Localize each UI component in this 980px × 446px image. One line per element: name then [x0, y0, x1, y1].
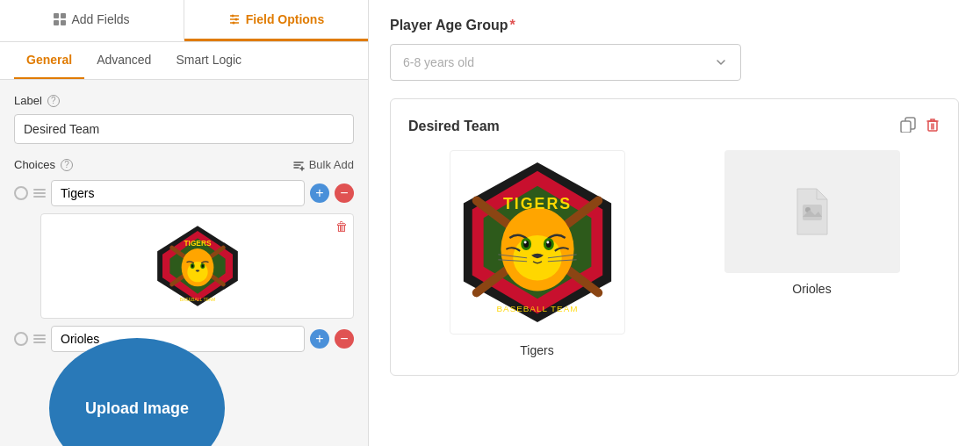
choices-grid: TIGERS BASEBALL TEAM Tigers: [408, 150, 940, 357]
sub-tabs: General Advanced Smart Logic: [0, 42, 368, 80]
tigers-choice-card: TIGERS BASEBALL TEAM Tigers: [408, 150, 666, 357]
tigers-logo-small: TIGERS BASEBALL TEAM: [154, 222, 241, 310]
choices-help-icon[interactable]: ?: [61, 159, 73, 171]
top-tabs: Add Fields Field Options: [0, 0, 368, 42]
dropdown-value: 6-8 years old: [403, 55, 474, 69]
left-panel: Add Fields Field Options General Advance…: [0, 0, 369, 446]
tigers-logo-large: TIGERS BASEBALL TEAM: [450, 150, 624, 334]
desired-team-card: Desired Team: [390, 98, 959, 376]
desired-team-title: Desired Team: [408, 119, 500, 134]
player-age-text: Player Age Group: [390, 18, 508, 32]
bulk-add-icon: [292, 159, 305, 171]
svg-point-8: [234, 18, 237, 21]
tigers-radio[interactable]: [14, 186, 28, 200]
placeholder-file-icon: [790, 185, 834, 238]
right-panel: Player Age Group* 6-8 years old Desired …: [369, 0, 980, 446]
choices-header: Choices ? Bulk Add: [14, 158, 354, 171]
upload-image-label: Upload Image: [85, 399, 189, 418]
svg-text:BASEBALL TEAM: BASEBALL TEAM: [179, 297, 215, 302]
bulk-add-label: Bulk Add: [309, 158, 354, 171]
tigers-large-image: TIGERS BASEBALL TEAM: [450, 150, 625, 334]
label-text: Label: [14, 94, 42, 107]
grid-icon: [54, 13, 66, 25]
tab-general[interactable]: General: [14, 42, 84, 79]
orioles-choice-card: Orioles: [683, 150, 940, 357]
tigers-choice-label: Tigers: [520, 343, 553, 357]
svg-text:TIGERS: TIGERS: [184, 239, 211, 248]
label-row: Label ?: [14, 94, 354, 107]
card-actions: [900, 117, 940, 136]
field-options-label: Field Options: [246, 12, 324, 26]
choices-text: Choices: [14, 158, 55, 171]
svg-point-20: [201, 264, 204, 267]
choice-item-tigers: + −: [14, 180, 354, 206]
delete-icon[interactable]: [925, 117, 940, 136]
svg-rect-24: [901, 121, 911, 133]
player-age-group-label: Player Age Group*: [390, 18, 959, 33]
desired-team-header: Desired Team: [408, 117, 940, 136]
tigers-image-preview: 🗑: [40, 213, 354, 319]
svg-point-19: [191, 264, 193, 267]
required-star: *: [510, 18, 515, 32]
tigers-add-btn[interactable]: +: [310, 183, 329, 203]
tab-field-options[interactable]: Field Options: [184, 0, 368, 41]
svg-point-9: [232, 22, 234, 25]
player-age-dropdown[interactable]: 6-8 years old: [390, 44, 741, 81]
svg-point-37: [523, 241, 526, 244]
svg-rect-1: [61, 13, 66, 18]
copy-icon[interactable]: [900, 117, 916, 136]
upload-image-area: Upload Image: [40, 338, 354, 408]
tigers-drag-handle[interactable]: [33, 189, 46, 198]
tab-smart-logic[interactable]: Smart Logic: [163, 42, 254, 79]
add-fields-label: Add Fields: [71, 12, 129, 26]
svg-rect-25: [928, 121, 937, 131]
label-help-icon[interactable]: ?: [47, 95, 60, 107]
svg-point-16: [187, 262, 207, 282]
upload-image-button[interactable]: Upload Image: [49, 338, 225, 446]
svg-rect-2: [54, 20, 59, 25]
bulk-add-button[interactable]: Bulk Add: [292, 158, 354, 171]
panel-body: Label ? Choices ? Bulk Add: [0, 80, 368, 446]
tigers-input[interactable]: [51, 180, 305, 206]
svg-text:BASEBALL TEAM: BASEBALL TEAM: [496, 304, 578, 313]
svg-text:TIGERS: TIGERS: [502, 195, 571, 212]
sliders-icon: [228, 13, 241, 25]
svg-point-38: [546, 241, 549, 244]
tab-advanced[interactable]: Advanced: [84, 42, 163, 79]
orioles-radio[interactable]: [14, 332, 28, 346]
svg-rect-3: [61, 20, 66, 25]
tigers-remove-btn[interactable]: −: [335, 183, 354, 203]
svg-rect-0: [54, 13, 59, 18]
label-input[interactable]: [14, 114, 354, 144]
chevron-down-icon: [714, 55, 728, 69]
orioles-image-placeholder: [724, 150, 900, 273]
tigers-image-delete-icon[interactable]: 🗑: [335, 219, 348, 234]
svg-point-7: [231, 15, 234, 18]
tab-add-fields[interactable]: Add Fields: [0, 0, 184, 41]
orioles-choice-label: Orioles: [792, 282, 831, 296]
choices-label-group: Choices ?: [14, 158, 73, 171]
